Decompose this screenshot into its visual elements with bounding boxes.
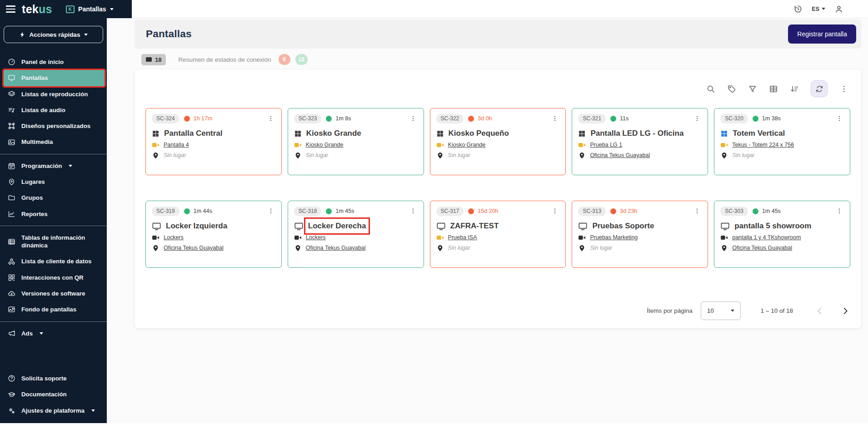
- screen-card[interactable]: SC-3201m 38sTotem VerticalTekus - Totem …: [714, 108, 850, 175]
- sidebar-item-lista-de-cliente-de-datos[interactable]: Lista de cliente de datos: [0, 253, 107, 269]
- sidebar-item-pantallas[interactable]: Pantallas: [4, 70, 105, 86]
- card-menu-button[interactable]: [266, 113, 275, 123]
- playlist-link[interactable]: Kiosko Grande: [306, 142, 344, 148]
- video-camera-icon: [720, 235, 728, 241]
- playlist-link[interactable]: Kiosko Grande: [448, 142, 486, 148]
- location-link[interactable]: Oficina Tekus Guayabal: [306, 245, 366, 251]
- screen-card[interactable]: SC-3241h 17mPantalla CentralPantalla 4Si…: [145, 108, 282, 175]
- playlist-link[interactable]: Prueba LG 1: [590, 142, 622, 148]
- screens-panel: SC-3241h 17mPantalla CentralPantalla 4Si…: [135, 69, 861, 328]
- screen-name: Pantalla LED LG - Oficina: [590, 129, 683, 138]
- total-screens-chip: 18: [141, 54, 166, 65]
- sidebar-item-tablas-de-informaci-n-din-mica[interactable]: Tablas de información dinámica: [0, 230, 107, 254]
- card-menu-button[interactable]: [835, 113, 844, 123]
- register-screen-button[interactable]: Registrar pantalla: [788, 25, 856, 44]
- sidebar-item-interacciones-con-qr[interactable]: Interacciones con QR: [0, 270, 107, 286]
- sidebar-item-dise-os-personalizados[interactable]: Diseños personalizados: [0, 118, 107, 134]
- video-camera-icon: [720, 142, 728, 148]
- divider: [0, 154, 107, 154]
- sidebar-item-label: Diseños personalizados: [21, 122, 90, 130]
- chevron-down-icon: [69, 165, 72, 167]
- location-link[interactable]: Oficina Tekus Guayabal: [732, 245, 792, 251]
- screen-card[interactable]: SC-32111sPantalla LED LG - OficinaPrueba…: [572, 108, 708, 175]
- sidebar-item-label: Programación: [21, 162, 62, 170]
- playlist-link[interactable]: pantalla 1 y 4 TKshowroom: [732, 234, 801, 241]
- location-link[interactable]: Oficina Tekus Guayabal: [590, 152, 650, 158]
- screen-card[interactable]: SC-3223d 0hKiosko PequeñoKiosko GrandeSi…: [430, 108, 566, 175]
- sync-icon[interactable]: [811, 80, 828, 97]
- card-menu-button[interactable]: [693, 206, 702, 216]
- screen-card[interactable]: SC-3191m 44sLocker IzquierdaLockersOfici…: [145, 201, 282, 268]
- card-menu-button[interactable]: [550, 206, 559, 216]
- page-title: Pantallas: [146, 28, 192, 40]
- quick-actions-button[interactable]: Acciones rápidas: [4, 26, 103, 43]
- sidebar-item-listas-de-audio[interactable]: Listas de audio: [0, 102, 107, 118]
- logo-accent-text: us: [39, 3, 52, 15]
- card-menu-button[interactable]: [693, 113, 702, 123]
- menu-icon[interactable]: [6, 5, 15, 12]
- playlist-link[interactable]: Prueba ISA: [448, 234, 477, 241]
- card-menu-button[interactable]: [266, 206, 275, 216]
- table-view-icon[interactable]: [769, 84, 778, 94]
- connection-summary-row: 18 Resumen de estados de conexión 6 12: [135, 53, 861, 66]
- screen-id-badge: SC-317: [436, 207, 464, 216]
- sidebar-item-grupos[interactable]: Grupos: [0, 190, 107, 206]
- card-menu-button[interactable]: [409, 113, 418, 123]
- qr-code-icon: [8, 274, 15, 281]
- gears-icon: [8, 407, 15, 414]
- sidebar-item-solicita-soporte[interactable]: Solicita soporte: [0, 370, 107, 386]
- filter-icon[interactable]: [748, 84, 757, 94]
- playlist-link[interactable]: Lockers: [306, 234, 326, 241]
- screen-card[interactable]: SC-3133d 23hPruebas SoportePruebas Marke…: [572, 201, 708, 268]
- sidebar-item-reportes[interactable]: Reportes: [0, 206, 107, 222]
- sidebar-item-fondo-de-pantallas[interactable]: Fondo de pantallas: [0, 301, 107, 317]
- more-options-icon[interactable]: [839, 84, 848, 94]
- card-menu-button[interactable]: [835, 206, 844, 216]
- sidebar-item-lugares[interactable]: Lugares: [0, 174, 107, 190]
- language-selector[interactable]: ES: [812, 6, 825, 12]
- sidebar-item-multimedia[interactable]: Multimedia: [0, 134, 107, 150]
- playlist-link[interactable]: Lockers: [164, 234, 184, 241]
- screen-card[interactable]: SC-3031m 45spantalla 5 showroompantalla …: [714, 201, 850, 268]
- help-circle-icon: [8, 375, 15, 382]
- search-icon[interactable]: [706, 84, 715, 94]
- next-page-button[interactable]: [840, 306, 850, 316]
- history-icon[interactable]: [793, 5, 803, 14]
- windows-icon: [720, 130, 728, 138]
- sidebar-item-versiones-de-software[interactable]: Versiones de software: [0, 286, 107, 301]
- chevron-down-icon: [40, 332, 43, 335]
- screen-card[interactable]: SC-3181m 45sLocker DerechaLockersOficina…: [288, 201, 424, 268]
- location-link[interactable]: Oficina Tekus Guayabal: [164, 245, 224, 251]
- image-icon: [8, 138, 15, 146]
- sidebar-item-documentaci-n[interactable]: Documentación: [0, 386, 107, 402]
- card-menu-button[interactable]: [550, 113, 559, 123]
- screen-id-badge: SC-313: [578, 207, 606, 216]
- prev-page-button[interactable]: [815, 306, 825, 316]
- location-pin-icon: [720, 152, 728, 159]
- screen-name: Kiosko Pequeño: [449, 129, 509, 138]
- card-menu-button[interactable]: [409, 206, 418, 216]
- status-dot: [184, 208, 190, 214]
- playlist-link[interactable]: Tekus - Totem 224 x 756: [732, 142, 794, 148]
- chevron-down-icon: [731, 310, 734, 312]
- sidebar-item-listas-de-reproducci-n[interactable]: Listas de reproducción: [0, 86, 107, 102]
- page-size-select[interactable]: 10: [701, 301, 741, 320]
- status-dot: [326, 208, 332, 214]
- sidebar-item-ads[interactable]: Ads: [0, 325, 107, 341]
- screen-card[interactable]: SC-31715d 20hZAFRA-TESTPrueba ISASin lug…: [430, 201, 566, 268]
- uptime-text: 1m 44s: [194, 208, 212, 214]
- screen-card[interactable]: SC-3231m 8sKiosko GrandeKiosko GrandeSin…: [288, 108, 424, 175]
- sidebar-item-ajustes-de-plataforma[interactable]: Ajustes de plataforma: [0, 403, 107, 419]
- app-switcher-label: Pantallas: [78, 5, 106, 13]
- playlist-link[interactable]: Pantalla 4: [164, 142, 189, 148]
- tag-icon[interactable]: [727, 84, 736, 94]
- monitor-icon: [8, 74, 15, 82]
- sidebar-item-panel-de-inicio[interactable]: Panel de inicio: [0, 54, 107, 70]
- sidebar-item-programaci-n[interactable]: Programación: [0, 158, 107, 174]
- user-icon[interactable]: [834, 5, 843, 14]
- playlist-link[interactable]: Pruebas Marketing: [590, 234, 638, 241]
- sort-descending-icon[interactable]: [790, 84, 799, 94]
- topbar-brand-area: tekus K Pantallas: [0, 0, 132, 18]
- app-switcher[interactable]: K Pantallas: [66, 5, 114, 13]
- app-monitor-icon: K: [66, 5, 75, 13]
